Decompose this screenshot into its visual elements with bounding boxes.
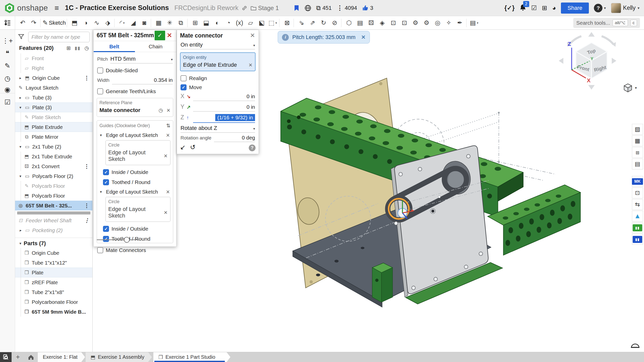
sticky-note-icon[interactable]: ▤ ▾	[469, 17, 480, 29]
mate-connector-clock-icon[interactable]: ◷	[159, 107, 163, 113]
remove-icon[interactable]: ✕	[166, 132, 170, 138]
variable-icon[interactable]: (x)	[234, 17, 245, 29]
notes-icon[interactable]: ✎	[0, 62, 15, 70]
green-book-panel-icon[interactable]: ▮▮	[632, 222, 643, 233]
remove-icon[interactable]: ✕	[164, 210, 168, 215]
part-row-tube-2x1x8[interactable]: ❒ Tube 2"x1"x8"	[15, 287, 92, 297]
parts-header[interactable]: ▾ Parts (7)	[15, 239, 92, 248]
chamfer-icon[interactable]: ◢	[128, 17, 139, 29]
tab-exercise-1-assembly[interactable]: ⬒ Exercise 1 Assembly	[86, 352, 152, 362]
reorder-icon[interactable]: ⇅	[166, 123, 170, 129]
move-checkbox[interactable]: ✓Move	[177, 84, 259, 90]
shell-icon[interactable]: ◙	[139, 17, 150, 29]
configuration-panel-icon[interactable]: ⧈	[632, 147, 643, 158]
belt-feature-icon[interactable]: ◎	[432, 17, 443, 29]
convert-icon[interactable]: ⚄	[366, 17, 377, 29]
document-menu-icon[interactable]: ≡	[54, 4, 59, 12]
revolve-icon[interactable]: ◑	[80, 17, 91, 29]
spark-feature-icon[interactable]: ✧	[443, 17, 454, 29]
workspace-name[interactable]: FRCDesignLib Rework	[174, 4, 238, 12]
delete-face-icon[interactable]: ⊘	[329, 17, 340, 29]
remove-icon[interactable]: ✕	[166, 107, 170, 113]
mate-y-offset-field[interactable]: Y ↗ 0 in	[177, 103, 259, 112]
accept-button[interactable]: ✓	[155, 31, 165, 40]
suppress-icon[interactable]: ▮▮	[75, 46, 81, 51]
comments-icon[interactable]: ❝	[0, 49, 15, 57]
beam-icon[interactable]: ▤	[354, 17, 366, 29]
view-cube[interactable]: Top Front Right Z X Y	[559, 32, 616, 90]
mode-select[interactable]: On entity ▾	[181, 42, 255, 49]
tree-row-plate-extrude[interactable]: ⬒ Plate Extrude	[15, 122, 92, 132]
user-menu[interactable]: Kelly ▾	[611, 3, 639, 13]
split-icon[interactable]: ⬓	[201, 17, 212, 29]
tab-exercise-1-flat[interactable]: Exercise 1: Flat	[38, 352, 85, 362]
origin-entity-value[interactable]: Edge of Plate Extrude	[183, 62, 237, 68]
context-menu-icon[interactable]: ⋮	[84, 218, 89, 224]
context-menu-icon[interactable]: ⋮	[84, 203, 89, 209]
tree-row-origin-cube[interactable]: ▸ ⬒ Origin Cube ⋮	[15, 73, 92, 83]
inside-outside-checkbox[interactable]: ✓Inside / Outside	[103, 169, 170, 175]
variable-table-panel-icon[interactable]: ▤	[632, 159, 643, 169]
tree-row-front[interactable]: ▱ Front	[15, 53, 92, 63]
protractor-icon[interactable]	[631, 344, 639, 348]
close-icon[interactable]: ✕	[361, 34, 366, 40]
tasks-icon[interactable]: ☑	[531, 4, 537, 12]
rollback-history-icon[interactable]: ◷	[85, 45, 89, 51]
mate-connectors-checkbox[interactable]: Mate Connectors	[94, 247, 176, 253]
home-tab-button[interactable]	[24, 352, 38, 362]
robot-config-icon[interactable]: ⊡	[399, 17, 410, 29]
part-row-plate[interactable]: ❒ Plate	[15, 268, 92, 277]
frame-icon[interactable]: ⬡	[343, 17, 354, 29]
robot-panel-icon[interactable]: ⊡	[632, 188, 643, 198]
generate-teeth-checkbox[interactable]: Generate Teeth/Links	[94, 88, 176, 94]
tab-chain[interactable]: Chain	[135, 41, 176, 52]
import-icon[interactable]: ⇘	[296, 17, 307, 29]
double-sided-checkbox[interactable]: Double-Sided	[94, 67, 176, 74]
sketch-icon[interactable]: ✎ Sketch	[43, 17, 66, 29]
gear-feature-icon[interactable]: ⚙	[421, 17, 432, 29]
new-tab-button[interactable]: +	[12, 352, 24, 362]
derived-panel-icon[interactable]: ⇆	[632, 199, 643, 210]
help-menu[interactable]: ? ▾	[594, 4, 606, 12]
remove-icon[interactable]: ✕	[164, 153, 168, 159]
pen-feature-icon[interactable]: ✒	[454, 17, 465, 29]
tree-row-polycarb-sketch[interactable]: ✎ Polycarb Floor	[15, 181, 92, 191]
plane-icon[interactable]: ▱	[245, 17, 256, 29]
tree-row-2x1-convert[interactable]: ⚄ 2x1 Convert ⋮	[15, 161, 92, 171]
robot-feature-icon[interactable]: ⊡	[388, 17, 399, 29]
helix-icon[interactable]: ◔	[223, 17, 234, 29]
appearance-panel-icon[interactable]: ▧	[632, 124, 643, 135]
remove-icon[interactable]: ✕	[166, 189, 170, 195]
new-folder-icon[interactable]: ⊞	[66, 45, 71, 51]
search-tabs-button[interactable]	[0, 352, 12, 362]
surface-icon[interactable]: ⬕	[256, 17, 267, 29]
reference-plane-value[interactable]: Mate connector	[99, 107, 140, 114]
boolean-icon[interactable]: ⊞	[190, 17, 201, 29]
tree-row-plate-folder[interactable]: ▾ ▭ Plate (3)	[15, 102, 92, 112]
activity-count[interactable]: ⋮ 4094	[337, 4, 357, 12]
tree-row-belt[interactable]: ◎ 65T 5M Belt - 325... ⋮	[15, 201, 92, 210]
view-options-button[interactable]: ▾	[623, 83, 637, 93]
circular-pattern-icon[interactable]: ✳	[164, 17, 175, 29]
mate-x-offset-field[interactable]: X ↘ 0 in	[177, 93, 259, 101]
link-icon[interactable]	[241, 5, 247, 11]
part-row-tube-1x1x12[interactable]: ❒ Tube 1"x1"x12"	[15, 258, 92, 268]
blue-book-panel-icon[interactable]: ▮▮	[632, 234, 643, 245]
undo-icon[interactable]: ↶	[17, 17, 28, 29]
fillet-icon[interactable]: ◜ ▾	[117, 17, 128, 29]
intersect-icon[interactable]: ◐	[212, 17, 223, 29]
versions-icon[interactable]: ⋮+	[0, 37, 15, 45]
toothed-round-checkbox[interactable]: ✓Toothed / Round	[103, 179, 170, 185]
slider-handle[interactable]	[124, 237, 130, 243]
tree-row-layout-sketch[interactable]: ✎ Layout Sketch	[15, 83, 92, 93]
opacity-slider[interactable]	[97, 236, 140, 243]
gusset-icon[interactable]: ◈	[377, 17, 388, 29]
tree-row-polycarb-folder[interactable]: ▾ ▭ Polycarb Floor (2)	[15, 171, 92, 181]
checklist-icon[interactable]: ☑	[0, 98, 15, 106]
rollback-bar[interactable]	[17, 211, 90, 214]
realign-checkbox[interactable]: Realign	[177, 75, 259, 81]
reorient-icon[interactable]: ↺	[190, 143, 196, 151]
sweep-icon[interactable]: ∿	[91, 17, 102, 29]
feature-list-toggle[interactable]	[0, 16, 15, 30]
linear-pattern-icon[interactable]: ▦	[153, 17, 164, 29]
